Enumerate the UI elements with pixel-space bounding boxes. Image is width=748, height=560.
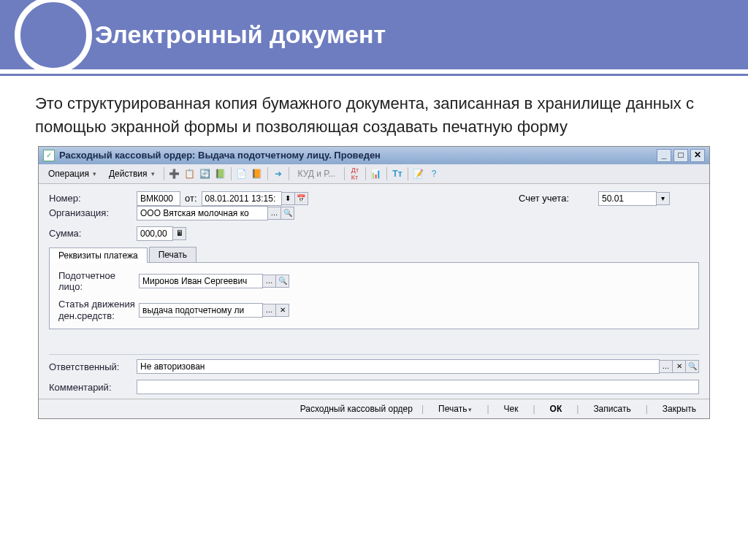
flow-label: Статья движения ден.средств:: [58, 299, 139, 321]
tt-icon[interactable]: Тт: [391, 167, 404, 180]
sum-input[interactable]: 000,00: [137, 226, 173, 241]
flow-input[interactable]: выдача подотчетному ли: [139, 303, 263, 318]
tab-requisites[interactable]: Реквизиты платежа: [49, 248, 148, 263]
sum-calc-icon[interactable]: 🖩: [173, 227, 186, 240]
post-icon[interactable]: 📗: [214, 167, 227, 180]
slide-title: Электронный документ: [95, 20, 386, 49]
ok-button[interactable]: ОК: [544, 402, 568, 415]
resp-select-button[interactable]: …: [660, 360, 673, 373]
form-body: Номер: ВМК000 от: 08.01.2011 13:15: ⬍ 📅 …: [39, 184, 709, 399]
person-label: Подотчетное лицо:: [58, 270, 139, 293]
report-icon[interactable]: 📊: [370, 167, 383, 180]
kudir-button[interactable]: КУД и Р...: [293, 166, 340, 181]
dtkt-icon[interactable]: ДтКт: [348, 167, 362, 180]
save-button[interactable]: Записать: [587, 402, 636, 415]
check-button[interactable]: Чек: [498, 402, 524, 415]
toolbar: Операция Действия ➕ 📋 🔄 📗 📄 📙 ➜ КУД и Р.…: [39, 164, 709, 184]
tab-content: Подотчетное лицо: Миронов Иван Сергеевич…: [49, 262, 699, 329]
account-label: Счет учета:: [519, 193, 569, 204]
app-window: ✓ Расходный кассовый ордер: Выдача подот…: [38, 146, 710, 419]
operation-menu[interactable]: Операция: [43, 166, 102, 181]
add-icon[interactable]: ➕: [168, 167, 181, 180]
account-input[interactable]: 50.01: [598, 191, 657, 206]
doc-green-icon[interactable]: 📄: [235, 167, 248, 180]
resp-input[interactable]: Не авторизован: [137, 359, 660, 374]
account-dropdown-icon[interactable]: ▾: [657, 192, 670, 205]
bottom-bar: Расходный кассовый ордер Печать Чек ОК З…: [39, 399, 709, 418]
person-search-icon[interactable]: 🔍: [276, 275, 289, 288]
flow-clear-button[interactable]: ✕: [276, 304, 289, 317]
date-input[interactable]: 08.01.2011 13:15:: [202, 191, 282, 206]
person-input[interactable]: Миронов Иван Сергеевич: [139, 274, 263, 288]
resp-label: Ответственный:: [49, 361, 137, 372]
document-icon: ✓: [43, 150, 55, 161]
date-calendar-icon[interactable]: 📅: [295, 192, 308, 205]
tab-print[interactable]: Печать: [149, 247, 196, 262]
person-select-button[interactable]: …: [263, 275, 276, 288]
org-label: Организация:: [49, 207, 137, 218]
date-spinner[interactable]: ⬍: [282, 192, 295, 205]
sum-label: Сумма:: [49, 228, 137, 239]
slide-description: Это структурированная копия бумажного до…: [0, 76, 748, 146]
number-input[interactable]: ВМК000: [137, 191, 180, 206]
list-icon[interactable]: 📋: [183, 167, 196, 180]
org-input[interactable]: ООО Вятская молочная ко: [137, 206, 268, 220]
number-label: Номер:: [49, 193, 137, 204]
help-icon[interactable]: ?: [427, 167, 440, 180]
refresh-icon[interactable]: 🔄: [199, 167, 212, 180]
doc-orange-icon[interactable]: 📙: [251, 167, 264, 180]
minimize-button[interactable]: _: [657, 149, 671, 162]
go-icon[interactable]: ➜: [272, 167, 285, 180]
date-label: от:: [185, 193, 197, 204]
close-form-button[interactable]: Закрыть: [657, 402, 702, 415]
slide-header: Электронный документ: [0, 0, 748, 69]
maximize-button[interactable]: □: [673, 149, 688, 162]
window-titlebar: ✓ Расходный кассовый ордер: Выдача подот…: [39, 147, 709, 164]
settings-icon[interactable]: 📝: [412, 167, 425, 180]
window-title: Расходный кассовый ордер: Выдача подотче…: [59, 150, 654, 161]
resp-search-icon[interactable]: 🔍: [686, 360, 699, 373]
doc-type-label: Расходный кассовый ордер: [300, 404, 413, 414]
org-search-icon[interactable]: 🔍: [281, 207, 294, 220]
comment-input[interactable]: [137, 380, 699, 394]
resp-clear-button[interactable]: ✕: [673, 360, 686, 373]
comment-label: Комментарий:: [49, 382, 137, 393]
flow-select-button[interactable]: …: [263, 304, 276, 317]
org-select-button[interactable]: …: [268, 207, 281, 220]
print-button[interactable]: Печать: [432, 402, 478, 415]
close-button[interactable]: ✕: [690, 149, 705, 162]
actions-menu[interactable]: Действия: [104, 166, 160, 181]
